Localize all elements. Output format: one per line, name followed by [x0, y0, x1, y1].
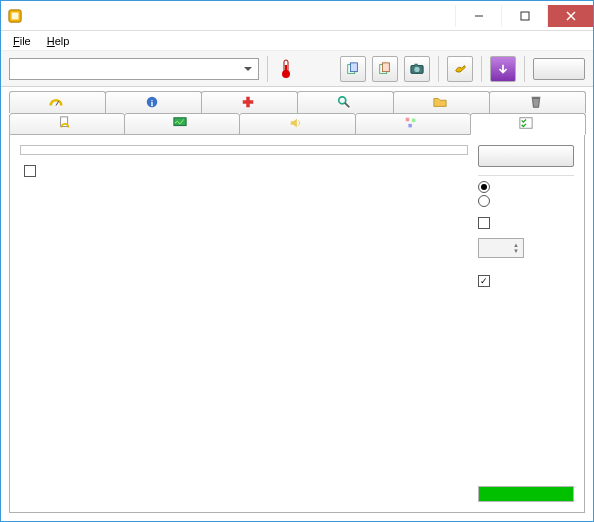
svg-rect-25	[412, 119, 416, 123]
right-panel: ▲▼	[478, 145, 574, 502]
chart	[80, 189, 430, 289]
tab-health[interactable]	[201, 91, 298, 113]
checkbox-icon	[478, 275, 490, 287]
svg-point-14	[414, 66, 419, 71]
health-icon	[241, 95, 255, 111]
titlebar	[1, 1, 593, 31]
separator	[524, 56, 525, 82]
menubar: File Help	[1, 31, 593, 51]
copy-info-button[interactable]	[340, 56, 366, 82]
align-check[interactable]	[478, 274, 574, 288]
table-header	[21, 146, 467, 154]
svg-rect-3	[521, 12, 529, 20]
checklist-icon	[519, 116, 533, 132]
tab-aam[interactable]	[239, 113, 355, 135]
gauge-icon	[49, 95, 63, 111]
cache-checkbox[interactable]	[24, 165, 36, 177]
menu-help[interactable]: Help	[41, 34, 76, 48]
tabs-area: i	[1, 87, 593, 521]
close-button[interactable]	[547, 5, 593, 27]
info-icon: i	[145, 95, 159, 111]
svg-rect-15	[414, 63, 418, 66]
tab-error-scan[interactable]	[297, 91, 394, 113]
copy-screenshot-button[interactable]	[372, 56, 398, 82]
spinner-buttons[interactable]: ▲▼	[513, 242, 519, 254]
tab-benchmark[interactable]	[9, 91, 106, 113]
save-button[interactable]	[490, 56, 516, 82]
cache-option[interactable]	[20, 165, 468, 177]
app-window: File Help i	[0, 0, 594, 522]
menu-file[interactable]: File	[7, 34, 37, 48]
radio-icon	[478, 195, 490, 207]
svg-rect-27	[520, 118, 532, 129]
svg-rect-12	[382, 62, 389, 71]
separator	[438, 56, 439, 82]
tab-row-1: i	[9, 91, 585, 113]
monitor-icon	[173, 116, 187, 132]
tab-row-2	[9, 113, 585, 135]
svg-line-20	[344, 102, 348, 106]
trash-icon	[529, 95, 543, 111]
tab-file-benchmark[interactable]	[9, 113, 125, 135]
tab-info[interactable]: i	[105, 91, 202, 113]
file-gauge-icon	[58, 116, 72, 132]
short-stroke-check[interactable]	[478, 216, 574, 230]
left-panel	[20, 145, 468, 502]
speaker-icon	[289, 116, 303, 132]
separator	[481, 56, 482, 82]
svg-rect-10	[350, 62, 357, 71]
exit-button[interactable]	[533, 58, 585, 80]
svg-rect-8	[285, 65, 287, 74]
toolbar	[1, 51, 593, 87]
thermometer-icon	[280, 59, 292, 79]
separator	[267, 56, 268, 82]
extra-tests-panel: ▲▼	[9, 135, 585, 513]
read-radio[interactable]	[478, 180, 574, 194]
options-button[interactable]	[447, 56, 473, 82]
write-radio[interactable]	[478, 194, 574, 208]
magnifier-icon	[337, 95, 351, 111]
tab-folder-usage[interactable]	[393, 91, 490, 113]
window-controls	[455, 5, 593, 27]
svg-rect-21	[531, 96, 540, 98]
svg-rect-24	[405, 118, 409, 122]
tab-random-access[interactable]	[355, 113, 471, 135]
svg-line-16	[56, 101, 59, 105]
random-icon	[404, 116, 418, 132]
svg-rect-1	[12, 12, 19, 19]
radio-icon	[478, 181, 490, 193]
tab-disk-monitor[interactable]	[124, 113, 240, 135]
checkbox-icon	[478, 217, 490, 229]
folder-icon	[433, 95, 447, 111]
short-stroke-value: ▲▼	[478, 238, 574, 258]
minimize-button[interactable]	[455, 5, 501, 27]
start-button[interactable]	[478, 145, 574, 167]
temperature-display	[276, 59, 298, 79]
mode-group	[478, 175, 574, 208]
svg-point-19	[338, 96, 345, 103]
progress-bar	[478, 486, 574, 502]
progress-fill	[479, 487, 573, 501]
app-icon	[7, 8, 23, 24]
tab-extra-tests[interactable]	[470, 113, 586, 135]
screenshot-button[interactable]	[404, 56, 430, 82]
test-table	[20, 145, 468, 155]
tab-erase[interactable]	[489, 91, 586, 113]
svg-rect-26	[408, 124, 412, 128]
stroke-spinner[interactable]: ▲▼	[478, 238, 524, 258]
maximize-button[interactable]	[501, 5, 547, 27]
drive-selector[interactable]	[9, 58, 259, 80]
